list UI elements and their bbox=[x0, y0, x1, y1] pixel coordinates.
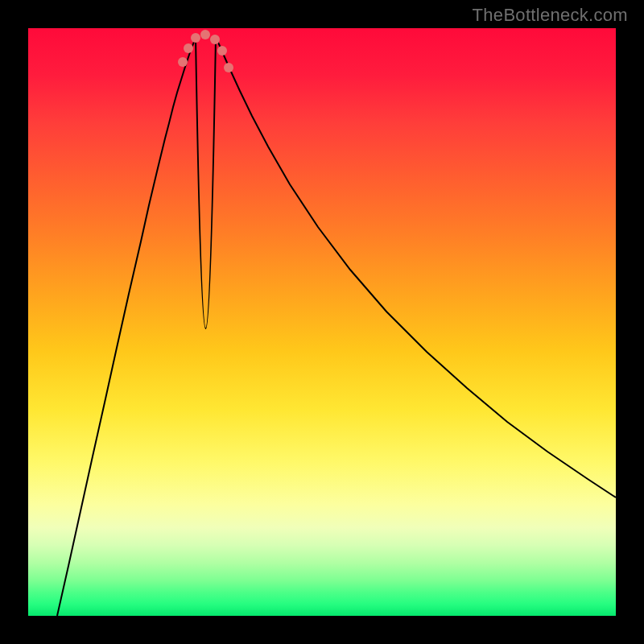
curve-right-branch bbox=[216, 38, 616, 497]
bottleneck-curve-svg bbox=[28, 28, 616, 616]
curve-marker bbox=[184, 43, 193, 53]
curve-marker bbox=[178, 57, 188, 67]
curve-left-branch bbox=[57, 38, 196, 616]
curve-marker bbox=[217, 46, 227, 56]
curve-marker bbox=[224, 63, 233, 72]
chart-plot-area bbox=[28, 28, 616, 616]
watermark-text: TheBottleneck.com bbox=[473, 5, 628, 26]
curve-marker bbox=[191, 33, 200, 43]
curve-marker bbox=[200, 30, 210, 39]
curve-marker bbox=[210, 35, 220, 44]
curve-bottom-arc bbox=[196, 38, 216, 328]
